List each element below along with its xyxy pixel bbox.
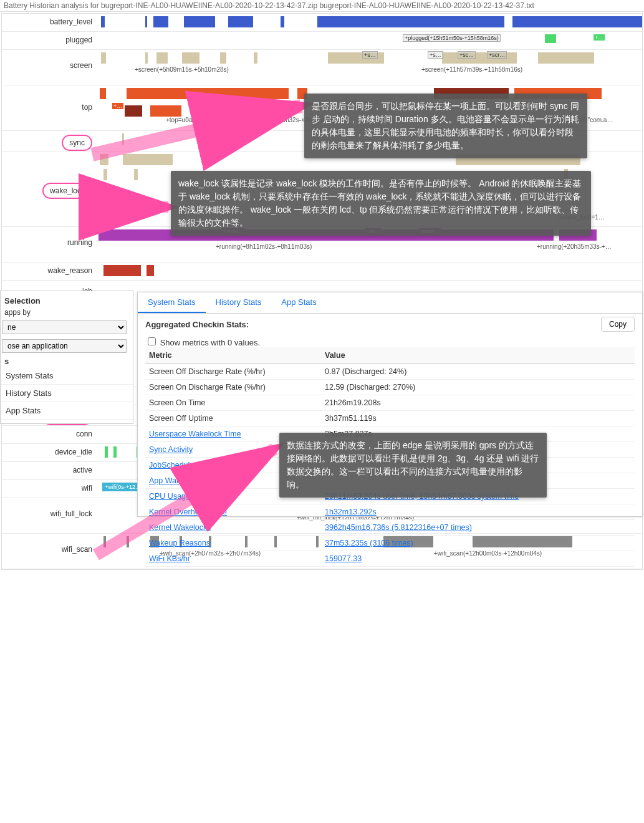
arrow-wake-lock [81,200,181,220]
row-battery-level[interactable]: battery_level [2,14,642,32]
select-application[interactable]: ose an application [2,339,127,353]
select-apps-by[interactable]: ne [2,320,127,334]
callout-wake-lock: wake_lock 该属性是记录 wake_lock 模块的工作时间。是否有停止… [171,171,591,236]
table-row: Kernel Wakelocks3962h45m16.736s (5.81223… [145,520,635,536]
plugged-badge [545,34,556,43]
note-screen1: +screen(+5h09m15s-+5h10m28s) [135,66,229,73]
metric-value[interactable]: 10m12.177s (552 times) [321,567,635,572]
left-system-stats[interactable]: System Stats [1,367,133,385]
table-row: Kernel Overhead Time1h32m13.292s [145,504,635,520]
note-sc: +sc… [458,51,476,59]
label-active: active [2,462,97,479]
label-running: running [2,227,97,262]
metric-name: Screen On Discharge Rate (%/hr) [145,380,321,395]
selection-title: Selection [1,295,133,307]
metric-name: Screen Off Discharge Rate (%/hr) [145,364,321,380]
section-s: s [1,355,133,367]
note-s2: +s… [428,51,443,59]
page-title: Battery Historian analysis for bugreport… [0,0,644,12]
metric-value: 0.87 (Discharged: 24%) [321,364,635,380]
left-panel: Selection apps by ne ose an application … [0,291,133,424]
label-top: top [2,85,97,130]
label-device-idle: device_idle [2,444,97,461]
label-plugged: plugged [2,32,97,49]
metric-name[interactable]: Kernel Wakelocks [145,520,321,536]
metric-name: Screen Off Uptime [145,411,321,426]
metric-name: Screen On Time [145,395,321,411]
left-app-stats[interactable]: App Stats [1,402,133,420]
note-screen2: +screen(+11h57m39s-+11h58m16s) [421,66,522,73]
label-wake-reason: wake_reason [2,262,97,280]
metric-value[interactable]: 1h32m13.292s [321,504,635,520]
show-zero-label: Show metrics with 0 values. [160,338,260,347]
agg-title: Aggregated Checkin Stats: [145,320,635,329]
apps-by-label: apps by [1,307,133,318]
label-wifi-scan: wifi_scan [2,534,97,569]
metric-value[interactable]: 37m53.235s (3106 times) [321,536,635,551]
arrow-sync [86,143,317,164]
row-screen[interactable]: screen +s… +s… +sc… +scr… +screen(+5h09m… [2,50,642,85]
label-wifi: wifi [2,480,97,498]
row-plugged[interactable]: plugged +plugged(+15h51m50s-+15h58m16s) … [2,32,642,50]
note-scr: +scr… [487,51,507,59]
show-zero-metrics[interactable]: Show metrics with 0 values. [145,338,260,347]
label-screen: screen [2,50,97,85]
th-metric: Metric [145,347,321,364]
metric-value: 12.59 (Discharged: 270%) [321,380,635,395]
wake-lock-highlight: wake_lock [42,183,92,199]
table-row: Screen On Time21h26m19.208s [145,395,635,411]
label-wifi-full-lock: wifi_full_lock [2,498,97,533]
note-running2: +running(+20h35m33s-+… [537,243,612,250]
label-sync: sync [2,131,97,151]
metric-value[interactable]: 3962h45m16.736s (5.8122316e+07 times) [321,520,635,536]
note-plugged: +plugged(+15h51m50s-+15h58m16s) [403,34,501,42]
metric-value: 3h37m51.119s [321,411,635,426]
row-wake-reason[interactable]: wake_reason [2,262,642,281]
show-zero-checkbox[interactable] [148,337,156,345]
tabs: System Stats History Stats App Stats [138,292,642,314]
note-s1: +s… [362,51,378,59]
th-value: Value [321,347,635,364]
tab-system-stats[interactable]: System Stats [138,292,206,313]
table-row: Screen On Discharge Rate (%/hr)12.59 (Di… [145,380,635,395]
left-history-stats[interactable]: History Stats [1,385,133,402]
callout-sync: 是否跟后台同步，可以把鼠标停在某一项上面。可以看到何时 sync 同步 启动的，… [304,94,587,158]
metric-value[interactable]: 159077.33 [321,551,635,567]
label-battery-level: battery_level [2,14,97,31]
metric-value: 21h26m19.208s [321,395,635,411]
tab-history-stats[interactable]: History Stats [206,292,272,313]
label-conn: conn [2,426,97,443]
table-row: Screen Off Uptime3h37m51.119s [145,411,635,426]
copy-button[interactable]: Copy [601,317,635,332]
note-running: +running(+8h11m02s-+8h11m03s) [216,243,312,250]
arrow-data-conn [87,542,287,571]
table-row: Screen Off Discharge Rate (%/hr)0.87 (Di… [145,364,635,380]
callout-data-conn: 数据连接方式的改变，上面的 edge 是说明采用的 gprs 的方式连接网络的。… [279,433,547,498]
plugged-badge2: +… [594,34,605,41]
tab-app-stats[interactable]: App Stats [271,292,326,313]
